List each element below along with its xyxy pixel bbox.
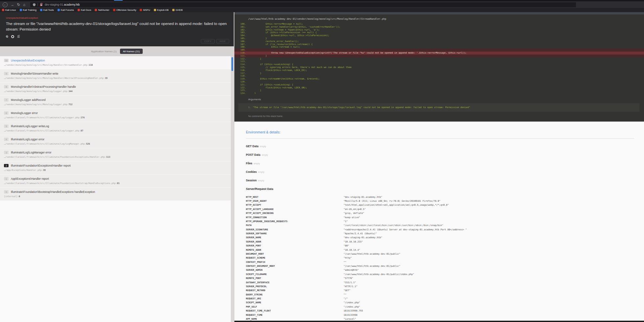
stack-frame[interactable]: 9 Monolog\Handler\StreamHandler write …/…: [0, 69, 231, 82]
server-data-row: REQUEST_METHOD "GET": [246, 289, 467, 293]
bookmark-label: GHDB: [176, 9, 183, 12]
url-bar[interactable]: dev-staging-01.academy.htb: [30, 2, 576, 7]
hide-button[interactable]: HIDE: [216, 39, 229, 43]
server-data-key: REQUEST_TIME_FLOAT: [246, 309, 344, 313]
server-data-key: GATEWAY_INTERFACE: [246, 281, 344, 285]
google-search-icon[interactable]: G: [6, 35, 8, 38]
stack-frame[interactable]: 4 Illuminate\Log\Logger error …/vendor/l…: [0, 135, 231, 148]
frame-title: Monolog\Logger error: [11, 111, 38, 115]
home-button[interactable]: ⌂: [23, 3, 25, 7]
bookmark-item[interactable]: MSFU: [140, 9, 150, 12]
exception-message: The stream or file "/var/www/html/htb-ac…: [6, 21, 227, 32]
server-data-key: REQUEST_SCHEME: [246, 256, 344, 260]
source-file-path: /var/www/html/htb-academy-dev-01/vendor/…: [234, 14, 644, 23]
exception-actions: COPY HIDE: [201, 39, 229, 43]
frame-title: Illuminate\Log\Logger error: [11, 138, 44, 141]
code-line: 100. $this->errorMessage = null;: [234, 23, 644, 26]
duckduckgo-search-icon[interactable]: [11, 35, 14, 38]
server-data-key: PHP_SELF: [246, 305, 344, 309]
server-data-key: HTTP_HOST: [246, 195, 344, 199]
stack-frame[interactable]: 3 Illuminate\Log\LogManager error …/vend…: [0, 148, 231, 161]
line-code: }: [249, 89, 261, 92]
bookmark-item[interactable]: Kali Training: [20, 9, 36, 12]
server-data-row: REQUEST_TIME 1615133998: [246, 313, 467, 317]
server-data-key: HTTP_ACCEPT_ENCODING: [246, 212, 344, 216]
section-label: Session: [246, 179, 257, 182]
server-data-value: "/index.php": [344, 305, 467, 309]
whoops-error-page: UnexpectedValueException The stream or f…: [0, 12, 644, 322]
bookmark-item[interactable]: Kali Tools: [40, 9, 54, 12]
insecure-lock-icon[interactable]: [40, 3, 43, 6]
tab-strip: [0, 0, 644, 1]
line-number: 107.: [240, 43, 249, 46]
code-line: 121. if ($this->useLocking) {: [234, 83, 644, 86]
code-line: 117. }: [234, 72, 644, 75]
frame-title: Illuminate\Log\Logger writeLog: [11, 125, 49, 128]
line-number: 114.: [240, 63, 249, 66]
reload-button[interactable]: ↻: [17, 3, 20, 7]
server-data-row: REQUEST_SCHEME "http": [246, 256, 467, 260]
back-button[interactable]: ←: [3, 2, 8, 7]
bookmark-item[interactable]: Offensive Security: [113, 9, 136, 12]
server-data-key: SERVER_PORT: [246, 244, 344, 248]
server-data-value: "10.10.14.4": [344, 248, 467, 252]
server-data-key: SCRIPT_FILENAME: [246, 272, 344, 276]
code-line: 108. $this->stream = null;: [234, 46, 644, 49]
frame-number-badge: 9: [4, 72, 9, 75]
server-data-value: "en-US,en;q=0.5": [344, 207, 467, 211]
server-data-row: HTTP_HOST "dev-staging-01.academy.htb": [246, 195, 467, 199]
environment-data-sections: GET Dataempty POST Dataempty Filesempty …: [246, 143, 634, 183]
frame-number-badge: 7: [4, 98, 9, 102]
frame-head: 8 Monolog\Handler\AbstractProcessingHand…: [4, 85, 226, 88]
frame-head: 7 Monolog\Logger addRecord: [4, 98, 226, 102]
server-data-key: SERVER_SIGNATURE: [246, 228, 344, 232]
frame-number-badge: 5: [4, 125, 9, 128]
bookmark-item[interactable]: Kali Docs: [78, 9, 91, 12]
stack-frame[interactable]: 1 App\Exceptions\Handler report …/vendor…: [0, 174, 231, 188]
line-number: 124.: [240, 92, 249, 94]
bookmark-favicon: [154, 9, 156, 11]
server-data-value: "80": [344, 244, 467, 248]
browser-window: ← → ↻ ⌂ dev-staging-01.academy.htb Kali …: [0, 0, 644, 322]
bookmark-favicon: [20, 9, 22, 11]
tab-all-frames[interactable]: All frames (11): [120, 49, 143, 54]
forward-button[interactable]: →: [11, 3, 14, 7]
tab-application-frames[interactable]: Application frames (1): [91, 50, 117, 53]
bookmark-favicon: [58, 9, 60, 11]
argument-index: 1.: [248, 106, 251, 109]
shield-icon[interactable]: [33, 3, 36, 6]
stack-frame[interactable]: 2 Illuminate\Foundation\Exceptions\Handl…: [0, 161, 231, 174]
stack-frame[interactable]: 0 Illuminate\Foundation\Bootstrap\Handle…: [0, 188, 231, 201]
bookmark-item[interactable]: Exploit-DB: [154, 9, 169, 12]
bookmark-item[interactable]: NetHunter: [95, 9, 109, 12]
frame-title: Illuminate\Foundation\Exceptions\Handler…: [11, 164, 71, 167]
line-number: 118.: [240, 75, 249, 78]
frame-title: App\Exceptions\Handler report: [11, 177, 49, 180]
environment-data-section: Cookiesempty: [246, 168, 634, 174]
code-line: 105. }: [234, 37, 644, 40]
line-code: throw new \UnexpectedValueException(spri…: [249, 52, 466, 54]
frames-scrollbar[interactable]: [231, 56, 234, 322]
bookmark-item[interactable]: GHDB: [172, 9, 183, 12]
bookmark-item[interactable]: Kali Forums: [58, 9, 74, 12]
stack-frame[interactable]: 10 UnexpectedValueException …/vendor/mon…: [0, 56, 231, 69]
stackoverflow-search-icon[interactable]: [17, 35, 20, 38]
server-data-row: SERVER_PORT "80": [246, 244, 467, 248]
server-data-value: "/": [344, 297, 467, 301]
stack-frame[interactable]: 6 Monolog\Logger error …/vendor/laravel/…: [0, 109, 231, 122]
code-line: 112. }: [234, 58, 644, 60]
server-data-key: CONTEXT_DOCUMENT_ROOT: [246, 264, 344, 268]
stack-frame[interactable]: 5 Illuminate\Log\Logger writeLog …/vendo…: [0, 122, 231, 135]
bookmark-label: Exploit-DB: [157, 9, 169, 12]
bookmark-favicon: [78, 9, 80, 11]
frame-head: 3 Illuminate\Log\LogManager error: [4, 151, 226, 154]
line-code: if (!is_resource($this->stream)) {: [249, 43, 313, 46]
frames-scrollbar-thumb[interactable]: [231, 57, 233, 71]
line-code: if ($this->useLocking) {: [249, 63, 293, 66]
stack-frame[interactable]: 8 Monolog\Handler\AbstractProcessingHand…: [0, 82, 231, 96]
bookmark-item[interactable]: Kali Linux: [2, 9, 16, 12]
stack-frame[interactable]: 7 Monolog\Logger addRecord …/vendor/mono…: [0, 96, 231, 109]
line-number: 116.: [240, 69, 249, 72]
line-number: 119.: [240, 78, 249, 80]
copy-button[interactable]: COPY: [201, 39, 215, 43]
